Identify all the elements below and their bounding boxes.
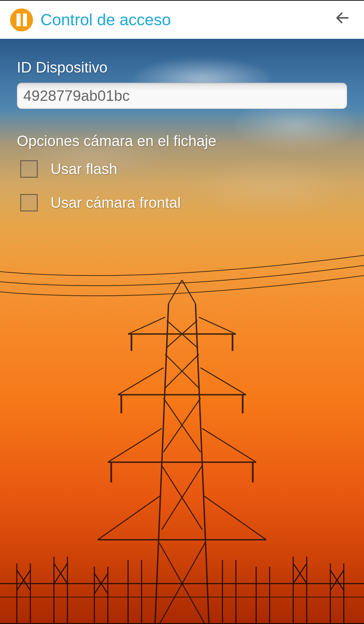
svg-line-4: [182, 280, 195, 304]
svg-line-24: [162, 465, 202, 530]
svg-line-2: [195, 304, 209, 624]
svg-line-14: [202, 428, 256, 462]
use-front-camera-label: Usar cámara frontal: [51, 194, 181, 211]
svg-line-53: [17, 570, 30, 590]
svg-line-26: [159, 543, 205, 624]
svg-line-17: [167, 320, 197, 347]
page-title: Control de acceso: [40, 10, 171, 29]
svg-line-55: [54, 563, 67, 584]
app-logo-icon: [10, 8, 33, 31]
svg-line-54: [54, 563, 67, 584]
back-arrow-icon[interactable]: [334, 10, 351, 30]
svg-line-18: [167, 320, 197, 347]
svg-line-61: [330, 570, 344, 590]
use-flash-label: Usar flash: [51, 161, 117, 177]
svg-line-25: [159, 543, 205, 624]
main-content: ID Dispositivo Opciones cámara en el fic…: [0, 39, 364, 624]
use-flash-row: Usar flash: [20, 160, 347, 178]
svg-line-52: [17, 570, 30, 590]
svg-line-56: [94, 573, 108, 594]
use-front-camera-row: Usar cámara frontal: [20, 194, 347, 211]
app-header: Control de acceso: [0, 1, 364, 39]
svg-line-12: [201, 368, 246, 395]
svg-line-3: [169, 280, 182, 304]
svg-line-9: [128, 317, 165, 334]
svg-line-58: [293, 563, 307, 584]
svg-line-57: [94, 573, 108, 594]
svg-line-60: [330, 570, 344, 590]
svg-line-16: [204, 496, 266, 540]
device-id-label: ID Dispositivo: [17, 59, 347, 76]
use-front-camera-checkbox[interactable]: [20, 194, 38, 211]
svg-line-22: [163, 398, 201, 452]
svg-line-21: [163, 398, 201, 452]
svg-line-10: [199, 317, 236, 334]
svg-line-15: [98, 496, 160, 540]
svg-line-19: [165, 354, 199, 388]
svg-line-11: [118, 368, 163, 395]
device-id-input[interactable]: [17, 83, 347, 109]
svg-line-13: [108, 428, 162, 462]
camera-options-label: Opciones cámara en el fichaje: [17, 133, 347, 149]
svg-line-59: [293, 563, 307, 584]
svg-line-1: [155, 304, 169, 624]
svg-line-23: [162, 465, 202, 530]
use-flash-checkbox[interactable]: [20, 160, 38, 178]
svg-line-20: [165, 354, 199, 388]
